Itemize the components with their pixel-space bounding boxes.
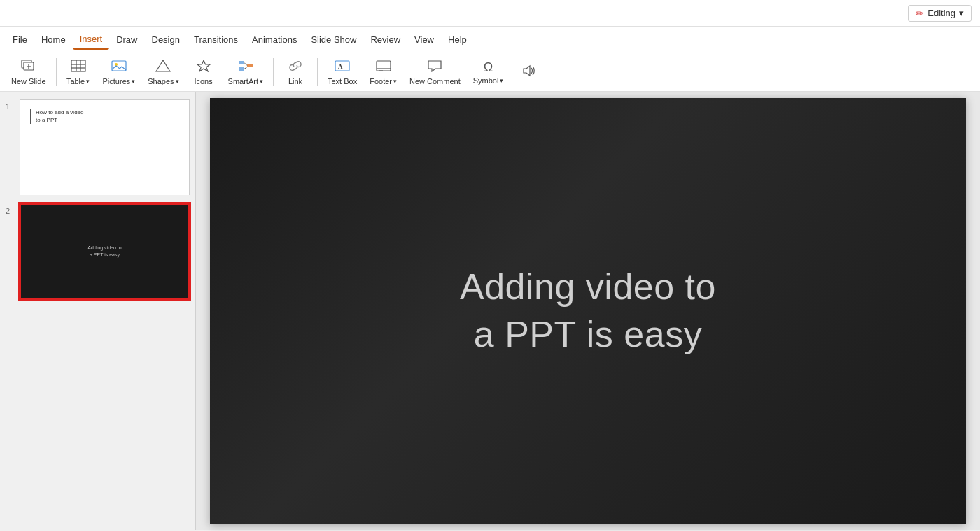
svg-marker-12 bbox=[197, 60, 210, 71]
footer-icon bbox=[376, 60, 391, 76]
menu-help[interactable]: Help bbox=[441, 30, 474, 49]
menu-home[interactable]: Home bbox=[34, 30, 73, 49]
canvas-area: Adding video to a PPT is easy bbox=[196, 92, 980, 530]
svg-marker-23 bbox=[524, 66, 530, 76]
new-slide-button[interactable]: New Slide bbox=[6, 55, 52, 89]
svg-line-16 bbox=[244, 62, 247, 65]
symbol-icon: Ω bbox=[484, 60, 493, 75]
slide-2-number: 2 bbox=[6, 204, 15, 215]
slide-panel[interactable]: 1 How to add a video to a PPT 2 Adding v… bbox=[0, 92, 196, 530]
symbol-button[interactable]: Ω Symbol ▾ bbox=[468, 55, 510, 89]
table-icon bbox=[71, 60, 86, 76]
pictures-icon bbox=[111, 60, 127, 76]
slide-canvas-text: Adding video to a PPT is easy bbox=[460, 263, 716, 358]
main-area: 1 How to add a video to a PPT 2 Adding v… bbox=[0, 92, 980, 530]
shapes-icon bbox=[155, 60, 171, 76]
ribbon-sep-3 bbox=[317, 58, 318, 86]
menu-review[interactable]: Review bbox=[363, 30, 407, 49]
svg-line-17 bbox=[244, 67, 247, 69]
icons-label: Icons bbox=[194, 77, 212, 85]
audio-icon bbox=[520, 64, 536, 81]
ribbon-sep-1 bbox=[56, 58, 57, 86]
new-comment-button[interactable]: New Comment bbox=[404, 55, 466, 89]
menu-view[interactable]: View bbox=[407, 30, 441, 49]
slide-2-container: 2 Adding video to a PPT is easy bbox=[6, 204, 190, 300]
menu-design[interactable]: Design bbox=[145, 30, 187, 49]
menu-slide-show[interactable]: Slide Show bbox=[304, 30, 363, 49]
symbol-arrow: ▾ bbox=[500, 77, 503, 84]
smartart-icon bbox=[238, 60, 253, 76]
new-comment-icon bbox=[427, 60, 442, 76]
pictures-label: Pictures bbox=[103, 77, 131, 85]
menu-insert[interactable]: Insert bbox=[73, 29, 110, 50]
menu-file[interactable]: File bbox=[6, 30, 34, 49]
svg-rect-15 bbox=[247, 64, 253, 67]
new-comment-label: New Comment bbox=[410, 77, 461, 85]
canvas-text-line2: a PPT is easy bbox=[460, 311, 716, 359]
menu-draw[interactable]: Draw bbox=[109, 30, 144, 49]
shapes-button[interactable]: Shapes ▾ bbox=[142, 55, 184, 89]
slide-2-thumbnail[interactable]: Adding video to a PPT is easy bbox=[20, 204, 190, 300]
pictures-arrow: ▾ bbox=[132, 78, 135, 85]
pencil-icon: ✏ bbox=[916, 8, 924, 19]
slide-2-line2: a PPT is easy bbox=[88, 251, 121, 259]
smartart-label: SmartArt bbox=[228, 77, 258, 85]
slide-1-title-line2: to a PPT bbox=[36, 116, 84, 124]
link-label: Link bbox=[288, 77, 302, 85]
editing-label: Editing bbox=[927, 8, 955, 18]
text-box-label: Text Box bbox=[328, 77, 357, 85]
svg-text:A: A bbox=[338, 63, 343, 70]
svg-rect-20 bbox=[377, 61, 391, 71]
new-slide-label: New Slide bbox=[11, 77, 46, 85]
ribbon-sep-2 bbox=[273, 58, 274, 86]
slide-1-container: 1 How to add a video to a PPT bbox=[6, 99, 190, 195]
table-label: Table bbox=[66, 77, 85, 85]
table-arrow: ▾ bbox=[86, 78, 90, 85]
shapes-arrow: ▾ bbox=[176, 78, 179, 85]
new-slide-icon bbox=[21, 60, 36, 76]
ribbon: New Slide Table ▾ Pictures bbox=[0, 53, 980, 92]
pictures-button[interactable]: Pictures ▾ bbox=[97, 55, 141, 89]
text-box-button[interactable]: A Text Box bbox=[322, 55, 363, 89]
smartart-button[interactable]: SmartArt ▾ bbox=[223, 55, 269, 89]
svg-rect-4 bbox=[71, 60, 85, 71]
footer-button[interactable]: Footer ▾ bbox=[364, 55, 402, 89]
title-bar: ✏ Editing ▾ bbox=[0, 0, 980, 27]
svg-rect-14 bbox=[239, 67, 244, 71]
link-icon bbox=[288, 60, 303, 76]
smartart-arrow: ▾ bbox=[260, 78, 263, 85]
slide-2-line1: Adding video to bbox=[88, 244, 121, 252]
menu-bar: File Home Insert Draw Design Transitions… bbox=[0, 27, 980, 53]
menu-transitions[interactable]: Transitions bbox=[187, 30, 245, 49]
link-button[interactable]: Link bbox=[278, 55, 313, 89]
canvas-text-line1: Adding video to bbox=[460, 263, 716, 311]
slide-1-number: 1 bbox=[6, 99, 15, 111]
slide-1-content: How to add a video to a PPT bbox=[30, 109, 84, 124]
text-box-icon: A bbox=[335, 60, 350, 76]
slide-2-content: Adding video to a PPT is easy bbox=[88, 244, 121, 259]
svg-marker-11 bbox=[156, 60, 170, 71]
svg-rect-13 bbox=[239, 61, 244, 64]
slide-1-thumbnail[interactable]: How to add a video to a PPT bbox=[20, 99, 190, 195]
icons-button[interactable]: Icons bbox=[186, 55, 221, 89]
footer-arrow: ▾ bbox=[393, 78, 397, 85]
slide-canvas[interactable]: Adding video to a PPT is easy bbox=[210, 98, 966, 524]
slide-1-title-line1: How to add a video bbox=[36, 109, 84, 116]
menu-animations[interactable]: Animations bbox=[245, 30, 304, 49]
audio-button[interactable] bbox=[510, 55, 545, 89]
footer-label: Footer bbox=[370, 77, 392, 85]
svg-rect-9 bbox=[112, 61, 126, 71]
chevron-down-icon: ▾ bbox=[959, 8, 964, 18]
icons-icon bbox=[196, 60, 211, 76]
table-button[interactable]: Table ▾ bbox=[61, 55, 96, 89]
symbol-label: Symbol bbox=[473, 76, 499, 85]
shapes-label: Shapes bbox=[148, 77, 174, 85]
editing-button[interactable]: ✏ Editing ▾ bbox=[908, 5, 972, 22]
